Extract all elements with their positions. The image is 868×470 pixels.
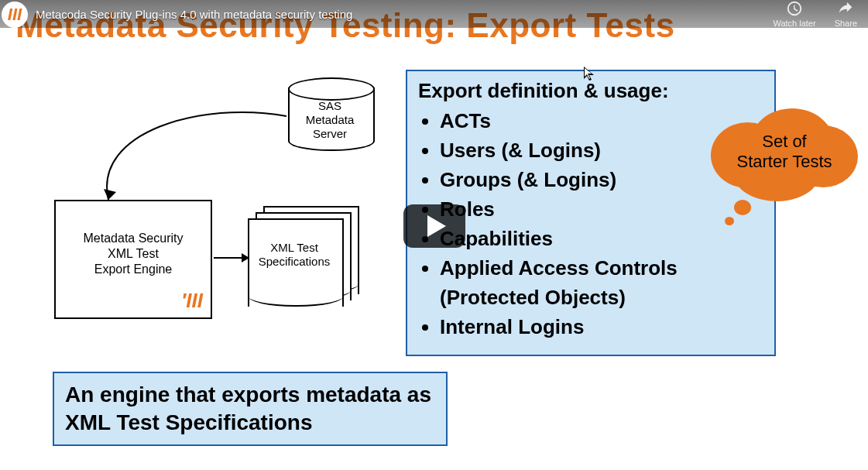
caption-box: An engine that exports metadata as XML T…: [53, 372, 448, 446]
video-title[interactable]: Metacoda Security Plug-ins 4.0 with meta…: [36, 8, 773, 21]
diagram-xml-docs: XML Test Specifications: [248, 206, 364, 307]
mouse-cursor-icon: [584, 67, 596, 82]
metacoda-logo-icon: ′III: [181, 289, 203, 313]
share-icon: [837, 0, 854, 17]
video-top-bar: III Metacoda Security Plug-ins 4.0 with …: [0, 0, 868, 28]
clock-icon: [786, 0, 803, 17]
share-button[interactable]: Share: [835, 0, 857, 28]
watch-later-button[interactable]: Watch later: [773, 0, 815, 28]
diagram-arrow-right: [214, 257, 248, 259]
svg-marker-0: [104, 189, 116, 200]
video-player-frame: Metadata Security Testing: Export Tests …: [0, 0, 868, 470]
starter-tests-callout: Set of Starter Tests: [711, 108, 858, 201]
diagram-export-engine: Metadata Security XML Test Export Engine…: [54, 200, 212, 319]
channel-avatar[interactable]: III: [2, 2, 28, 28]
diagram-arrow-curve: [85, 108, 302, 209]
database-label: SAS Metadata Server: [288, 99, 372, 141]
panel-heading: Export definition & usage:: [418, 79, 763, 103]
play-button[interactable]: [403, 204, 465, 248]
